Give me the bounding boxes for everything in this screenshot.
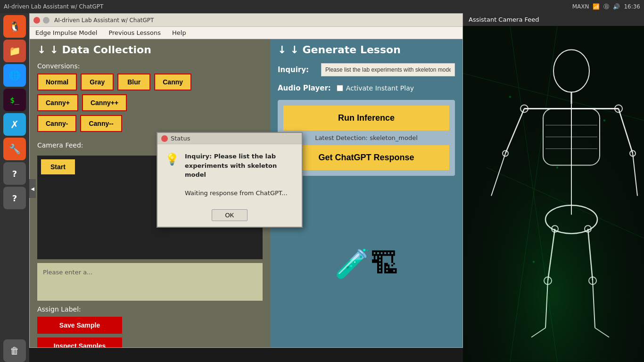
ubuntu-icon[interactable]: 🐧 bbox=[3, 15, 26, 38]
chatgpt-response-button[interactable]: Get ChatGPT Response bbox=[283, 145, 449, 170]
ok-button[interactable]: OK bbox=[212, 209, 248, 221]
sidebar-collapse-button[interactable]: ◀ bbox=[29, 179, 36, 198]
camera-feed-header: Assistant Camera Feed bbox=[463, 13, 644, 26]
status-titlebar: Status bbox=[157, 133, 302, 144]
status-inquiry-line: Inquiry: Please list the lab experiments… bbox=[185, 153, 277, 178]
gpu-label: MAXN bbox=[572, 3, 589, 10]
activate-instant-play-checkbox[interactable] bbox=[337, 85, 343, 91]
files-icon[interactable]: 📁 bbox=[3, 40, 26, 62]
conv-row-3: Canny- Canny-- bbox=[37, 115, 263, 132]
taskbar-right: MAXN 📶 Ⓑ 🔊 16:36 bbox=[572, 3, 640, 11]
skeleton-display bbox=[463, 26, 644, 362]
assign-label-text: Assign Label: bbox=[37, 305, 263, 313]
save-sample-button[interactable]: Save Sample bbox=[37, 317, 122, 334]
window-close-button[interactable] bbox=[33, 17, 40, 24]
inquiry-input[interactable] bbox=[321, 63, 455, 76]
conversions-section: Conversions: Normal Gray Blur Canny Cann… bbox=[30, 59, 270, 139]
activate-instant-play-label: Activate Instant Play bbox=[346, 84, 414, 92]
status-title: Status bbox=[171, 135, 190, 142]
vscode-icon[interactable]: ✗ bbox=[3, 113, 26, 136]
svg-rect-36 bbox=[463, 26, 644, 362]
terminal-icon[interactable]: $_ bbox=[3, 89, 26, 111]
menubar: Edge Impulse Model Previous Lessons Help bbox=[30, 27, 462, 39]
latest-detection: Latest Detection: skeleton_model bbox=[283, 134, 449, 141]
generate-lesson-title: ↓ Generate Lesson bbox=[290, 44, 400, 56]
bluetooth-icon: Ⓑ bbox=[603, 3, 609, 11]
menu-help[interactable]: Help bbox=[170, 28, 188, 37]
inspect-samples-button[interactable]: Inspect Samples bbox=[37, 337, 122, 347]
conversions-label: Conversions: bbox=[37, 62, 263, 70]
normal-button[interactable]: Normal bbox=[37, 74, 77, 90]
help2-icon[interactable]: ? bbox=[3, 187, 26, 209]
help-icon[interactable]: ? bbox=[3, 162, 26, 185]
flask-icon: 🧪🏗 bbox=[335, 247, 398, 280]
canny-plus-button[interactable]: Canny+ bbox=[37, 94, 78, 111]
taskbar: AI-driven Lab Assistant w/ ChatGPT MAXN … bbox=[0, 0, 644, 13]
conv-row-2: Canny+ Canny++ bbox=[37, 94, 263, 111]
sidebar: 🐧 📁 🌐 $_ ✗ 🔧 ? ? 🗑 bbox=[0, 13, 29, 362]
inquiry-label: Inquiry: bbox=[278, 66, 315, 74]
inference-section: Run Inference Latest Detection: skeleton… bbox=[278, 100, 455, 176]
skeleton-svg bbox=[463, 26, 644, 362]
lab-image-area: 🧪🏗 bbox=[278, 183, 455, 344]
window-minimize-button[interactable] bbox=[43, 17, 50, 24]
trash-icon[interactable]: 🗑 bbox=[3, 339, 26, 362]
canny-plusplus-button[interactable]: Canny++ bbox=[82, 94, 127, 111]
canny-minusminus-button[interactable]: Canny-- bbox=[80, 115, 122, 132]
canny-minus-button[interactable]: Canny- bbox=[37, 115, 76, 132]
window-app-title: AI-driven Lab Assistant w/ ChatGPT bbox=[54, 17, 154, 24]
window-titlebar: AI-driven Lab Assistant w/ ChatGPT bbox=[30, 14, 462, 27]
activate-instant-play: Activate Instant Play bbox=[337, 84, 414, 92]
inquiry-section: Inquiry: bbox=[270, 59, 462, 80]
browser-icon[interactable]: 🌐 bbox=[3, 64, 26, 87]
audio-player-section: Audio Player: Activate Instant Play bbox=[270, 80, 462, 96]
menu-previous-lessons[interactable]: Previous Lessons bbox=[107, 28, 163, 37]
assign-label-section: Assign Label: Save Sample Inspect Sample… bbox=[30, 303, 270, 347]
wifi-icon: 📶 bbox=[593, 3, 600, 10]
data-collection-title: ↓ Data Collection bbox=[50, 44, 151, 56]
generate-lesson-header: ↓ ↓ Generate Lesson bbox=[270, 39, 462, 59]
run-inference-button[interactable]: Run Inference bbox=[283, 106, 449, 131]
clock: 16:36 bbox=[624, 3, 640, 10]
data-collection-arrow: ↓ bbox=[37, 44, 46, 56]
dialog-close-button[interactable] bbox=[161, 135, 168, 142]
taskbar-title: AI-driven Lab Assistant w/ ChatGPT bbox=[4, 3, 103, 10]
audio-player-label: Audio Player: bbox=[278, 84, 331, 92]
status-waiting-line: Waiting response from ChatGPT... bbox=[185, 189, 288, 197]
camera-feed-right: Assistant Camera Feed bbox=[463, 13, 644, 362]
canny-button[interactable]: Canny bbox=[154, 74, 191, 90]
blur-button[interactable]: Blur bbox=[117, 74, 150, 90]
bulb-icon: 💡 bbox=[165, 153, 179, 166]
status-message: Inquiry: Please list the lab experiments… bbox=[185, 152, 294, 198]
gray-button[interactable]: Gray bbox=[81, 74, 114, 90]
battery-icon: 🔊 bbox=[613, 3, 620, 10]
text-input-area: Please enter a... bbox=[37, 263, 263, 301]
menu-edge-impulse[interactable]: Edge Impulse Model bbox=[33, 28, 99, 37]
status-body: 💡 Inquiry: Please list the lab experimen… bbox=[157, 144, 302, 206]
text-input-placeholder: Please enter a... bbox=[43, 269, 93, 276]
status-footer: OK bbox=[157, 206, 302, 227]
start-button[interactable]: Start bbox=[41, 159, 75, 174]
generate-lesson-arrow: ↓ bbox=[278, 44, 286, 56]
software-icon[interactable]: 🔧 bbox=[3, 138, 26, 160]
conv-row-1: Normal Gray Blur Canny bbox=[37, 74, 263, 90]
data-collection-header: ↓ ↓ Data Collection bbox=[30, 39, 270, 59]
status-dialog: Status 💡 Inquiry: Please list the lab ex… bbox=[157, 132, 303, 228]
